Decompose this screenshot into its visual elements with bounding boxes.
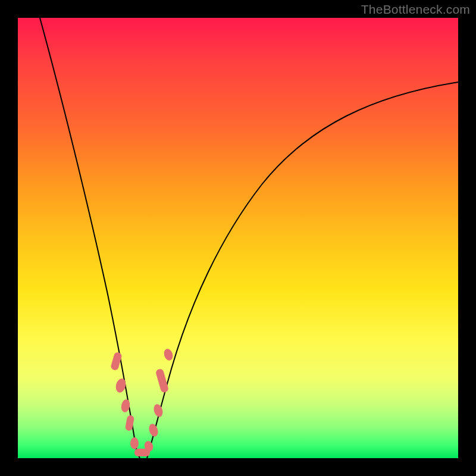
plot-area: [18, 18, 458, 458]
marker-group: [110, 347, 174, 456]
svg-rect-9: [155, 368, 170, 393]
svg-point-1: [114, 377, 127, 393]
svg-point-8: [152, 403, 164, 418]
right-curve-path: [147, 82, 458, 458]
svg-point-7: [148, 422, 159, 437]
chart-svg: [18, 18, 458, 458]
watermark-text: TheBottleneck.com: [361, 2, 470, 17]
svg-point-10: [162, 347, 174, 361]
left-curve-path: [40, 18, 140, 458]
svg-point-4: [130, 437, 139, 449]
chart-frame: TheBottleneck.com: [0, 0, 476, 476]
